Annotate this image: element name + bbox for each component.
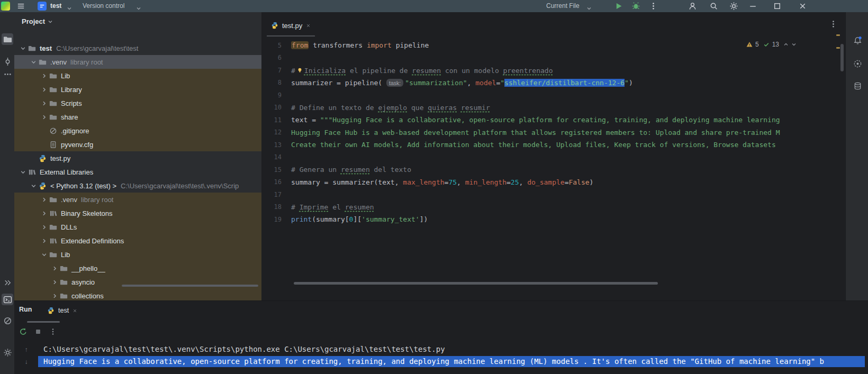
prev-problem-icon[interactable] xyxy=(783,42,789,47)
console-down-arrow-icon[interactable]: ↓ xyxy=(14,358,38,366)
intention-bulb-icon[interactable] xyxy=(296,67,303,74)
code-line-9[interactable]: 9 xyxy=(261,89,845,102)
tree-item-share[interactable]: share xyxy=(14,110,261,124)
code-line-13[interactable]: 13Create their own AI models, Add inform… xyxy=(261,139,845,151)
tree-item-test[interactable]: testC:\Users\gcarvajal\test\test xyxy=(14,41,261,55)
packages-tool-button[interactable] xyxy=(2,277,13,288)
tab-test-py[interactable]: test.py xyxy=(266,14,316,37)
terminal-tool-button[interactable] xyxy=(2,294,13,305)
code-line-15[interactable]: 15# Genera un resumen del texto xyxy=(261,163,845,176)
close-tab-icon[interactable] xyxy=(73,308,77,313)
profile-button[interactable] xyxy=(688,2,697,11)
commit-tool-button[interactable] xyxy=(2,56,13,67)
console-up-arrow-icon[interactable]: ↑ xyxy=(14,346,38,353)
code-line-11[interactable]: 11text = """Hugging Face is a collaborat… xyxy=(261,114,845,126)
search-everywhere-button[interactable] xyxy=(709,2,718,11)
chevron-down-icon[interactable] xyxy=(29,182,38,189)
tree-item-dlls[interactable]: DLLs xyxy=(14,220,261,234)
tree-item-external-libraries[interactable]: External Libraries xyxy=(14,165,261,179)
inspections-widget[interactable]: 5 13 xyxy=(746,40,797,49)
next-problem-icon[interactable] xyxy=(791,42,797,47)
project-panel-header[interactable]: Project xyxy=(22,17,53,25)
console-more-button[interactable] xyxy=(49,327,57,336)
stop-button[interactable] xyxy=(34,328,42,335)
error-stripe-mark[interactable] xyxy=(836,34,840,36)
chevron-down-icon xyxy=(67,4,72,9)
chevron-right-icon[interactable] xyxy=(40,86,49,93)
run-button[interactable] xyxy=(614,2,623,11)
tree-item-lib[interactable]: Lib xyxy=(14,248,261,261)
chevron-right-icon[interactable] xyxy=(40,223,49,231)
debug-button[interactable] xyxy=(631,2,640,11)
run-tab-test[interactable]: test xyxy=(47,303,77,318)
chevron-down-icon[interactable] xyxy=(29,58,38,66)
code-line-16[interactable]: 16summary = summarizer(text, max_length=… xyxy=(261,176,845,189)
code-line-19[interactable]: 19print(summary[0]['summary_text']) xyxy=(261,213,845,226)
run-tab-scrollbar[interactable] xyxy=(27,321,60,323)
chevron-right-icon[interactable] xyxy=(50,278,59,286)
more-tools-button[interactable] xyxy=(2,68,13,80)
tree-item-asyncio[interactable]: asyncio xyxy=(14,275,261,289)
version-control-menu[interactable]: Version control xyxy=(83,0,124,12)
code-line-7[interactable]: 7#Inicializa el pipeline de resumen con … xyxy=(261,64,845,77)
chevron-down-icon[interactable] xyxy=(19,168,28,176)
rerun-button[interactable] xyxy=(19,327,28,336)
tree-item-pyvenv-cfg[interactable]: pyvenv.cfg xyxy=(14,138,261,151)
chevron-right-icon[interactable] xyxy=(40,72,49,79)
run-config-selector[interactable]: Current File xyxy=(546,0,580,12)
token-spell: ejemplo xyxy=(378,104,407,112)
tree-item-binary-skeletons[interactable]: Binary Skeletons xyxy=(14,206,261,220)
more-actions-button[interactable] xyxy=(649,2,658,11)
tree-horizontal-scrollbar[interactable] xyxy=(122,285,258,287)
code-line-14[interactable]: 14 xyxy=(261,151,845,164)
tree-item-extended-definitions[interactable]: Extended Definitions xyxy=(14,234,261,248)
chevron-right-icon[interactable] xyxy=(40,113,49,121)
close-button[interactable] xyxy=(798,2,807,11)
chevron-right-icon[interactable] xyxy=(40,99,49,107)
minimize-button[interactable] xyxy=(748,2,757,11)
editor-vertical-scrollbar[interactable] xyxy=(840,44,844,71)
ai-assistant-button[interactable] xyxy=(852,58,863,69)
code-line-6[interactable]: 6 xyxy=(261,52,845,65)
project-tool-button[interactable] xyxy=(2,33,13,45)
chevron-right-icon[interactable] xyxy=(40,209,49,217)
code-line-18[interactable]: 18# Imprime el resumen xyxy=(261,201,845,214)
database-tool-button[interactable] xyxy=(852,80,863,92)
code-line-17[interactable]: 17 xyxy=(261,188,845,201)
error-stripe-mark[interactable] xyxy=(836,47,840,49)
chevron-right-icon[interactable] xyxy=(50,292,59,299)
tree-item-venv[interactable]: .venvlibrary root xyxy=(14,193,261,206)
chevron-right-icon[interactable] xyxy=(40,196,49,203)
main-menu-button[interactable] xyxy=(16,2,25,11)
chevron-down-icon[interactable] xyxy=(19,44,28,52)
tree-item-python-3-12-test[interactable]: < Python 3.12 (test) >C:\Users\gcarvajal… xyxy=(14,179,261,193)
code-area[interactable]: 5from transformers import pipeline67#Ini… xyxy=(261,39,845,226)
tab-options-button[interactable] xyxy=(829,20,838,29)
editor-horizontal-scrollbar[interactable] xyxy=(294,282,658,285)
code-line-12[interactable]: 12Hugging Face Hub is a web-based develo… xyxy=(261,126,845,139)
tree-item-gitignore[interactable]: .gitignore xyxy=(14,124,261,138)
pycharm-window: test Version control Current File Projec… xyxy=(0,0,868,374)
chevron-down-icon[interactable] xyxy=(40,251,49,258)
tree-item-venv[interactable]: .venvlibrary root xyxy=(14,55,261,69)
services-tool-button[interactable] xyxy=(2,346,13,358)
tree-item-phello[interactable]: __phello__ xyxy=(14,261,261,275)
settings-button[interactable] xyxy=(729,2,738,11)
tree-item-lib[interactable]: Lib xyxy=(14,69,261,83)
problems-tool-button[interactable] xyxy=(2,315,13,326)
tree-item-collections[interactable]: collections xyxy=(14,289,261,300)
tree-item-scripts[interactable]: Scripts xyxy=(14,96,261,110)
console-line[interactable]: ↑C:\Users\gcarvajal\test\test\.venv\Scri… xyxy=(14,343,868,355)
console-line[interactable]: ↓Hugging Face is a collaborative, open-s… xyxy=(14,355,868,368)
maximize-button[interactable] xyxy=(773,2,782,11)
run-tab-label: test xyxy=(58,307,69,314)
chevron-right-icon[interactable] xyxy=(50,264,59,272)
project-selector[interactable]: test xyxy=(50,0,61,12)
tree-item-test-py[interactable]: test.py xyxy=(14,151,261,165)
chevron-right-icon[interactable] xyxy=(40,237,49,244)
code-line-10[interactable]: 10# Define un texto de ejemplo que quier… xyxy=(261,102,845,114)
tree-item-library[interactable]: Library xyxy=(14,83,261,96)
notifications-button[interactable] xyxy=(852,34,863,46)
code-line-8[interactable]: 8summarizer = pipeline( task:"summarizat… xyxy=(261,77,845,89)
close-tab-icon[interactable] xyxy=(306,23,311,28)
